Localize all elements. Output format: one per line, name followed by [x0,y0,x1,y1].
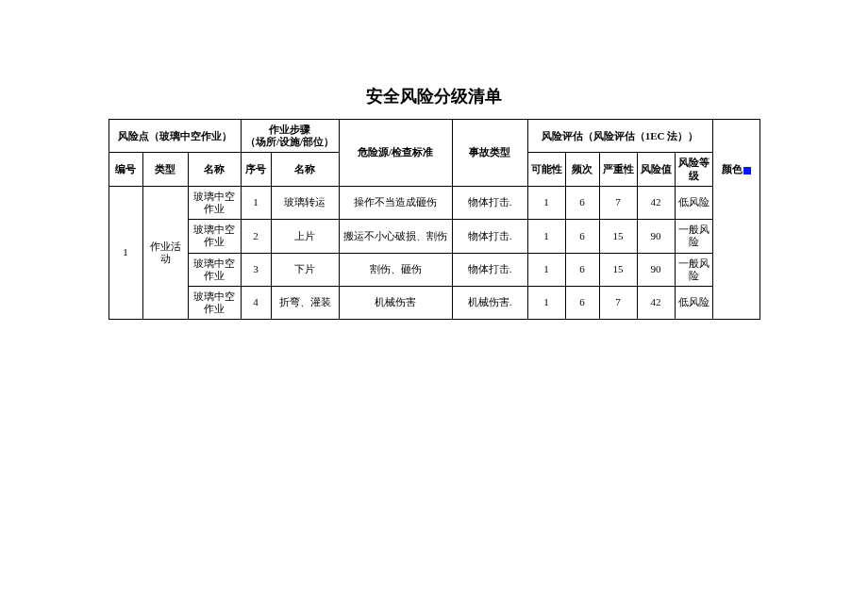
cell-hazard: 割伤、砸伤 [339,253,452,286]
table-row: 玻璃中空作业 4 折弯、灌装 机械伤害 机械伤害. 1 6 7 42 低风险 [108,286,760,319]
page: 安全风险分级清单 风险点（玻璃中空作业） 作业步骤 （场所/设施/部位） 危险源… [0,0,868,614]
cell-val: 42 [637,286,675,319]
cell-accident: 物体打击. [452,220,527,253]
cell-accident: 机械伤害. [452,286,527,319]
cell-accident: 物体打击. [452,186,527,219]
cell-level: 低风险 [675,186,712,219]
cell-sn: 4 [241,286,271,319]
cell-name: 玻璃中空作业 [188,253,241,286]
cell-freq: 6 [565,286,599,319]
hdr-assessment: 风险评估（风险评估（1EC 法）） [527,120,712,153]
cell-sev: 7 [599,286,637,319]
hdr-no: 编号 [108,153,142,186]
cell-hazard: 搬运不小心破损、割伤 [339,220,452,253]
cell-prob: 1 [527,186,565,219]
cell-sn: 1 [241,186,271,219]
hdr-name: 名称 [188,153,241,186]
cell-sev: 7 [599,186,637,219]
cell-group-no: 1 [108,186,142,320]
color-label: 颜色 [722,163,743,174]
cell-level: 一般风险 [675,253,712,286]
cell-val: 90 [637,253,675,286]
cell-val: 90 [637,220,675,253]
cell-hazard: 机械伤害 [339,286,452,319]
hdr-sev: 严重性 [599,153,637,186]
cell-name: 玻璃中空作业 [188,286,241,319]
cell-sname: 上片 [271,220,339,253]
cell-sname: 折弯、灌装 [271,286,339,319]
blue-square-icon [743,167,751,174]
cell-hazard: 操作不当造成砸伤 [339,186,452,219]
cell-sev: 15 [599,253,637,286]
cell-sev: 15 [599,220,637,253]
cell-freq: 6 [565,253,599,286]
cell-freq: 6 [565,186,599,219]
hdr-accident: 事故类型 [452,120,527,187]
cell-group-type: 作业活动 [142,186,188,320]
risk-table: 风险点（玻璃中空作业） 作业步骤 （场所/设施/部位） 危险源/检查标准 事故类… [108,119,760,320]
table-row: 1 作业活动 玻璃中空作业 1 玻璃转运 操作不当造成砸伤 物体打击. 1 6 … [108,186,760,219]
cell-freq: 6 [565,220,599,253]
cell-sn: 3 [241,253,271,286]
hdr-sn: 序号 [241,153,271,186]
hdr-step: 作业步骤 （场所/设施/部位） [241,120,339,153]
cell-sn: 2 [241,220,271,253]
cell-prob: 1 [527,286,565,319]
hdr-risk-point: 风险点（玻璃中空作业） [108,120,241,153]
color-cell-bottom [712,220,760,320]
table-row: 玻璃中空作业 2 上片 搬运不小心破损、割伤 物体打击. 1 6 15 90 一… [108,220,760,253]
header-row-1: 风险点（玻璃中空作业） 作业步骤 （场所/设施/部位） 危险源/检查标准 事故类… [108,120,760,153]
hdr-type: 类型 [142,153,188,186]
cell-accident: 物体打击. [452,253,527,286]
cell-level: 低风险 [675,286,712,319]
cell-name: 玻璃中空作业 [188,220,241,253]
hdr-val: 风险值 [637,153,675,186]
hdr-freq: 频次 [565,153,599,186]
cell-prob: 1 [527,253,565,286]
table-row: 玻璃中空作业 3 下片 割伤、砸伤 物体打击. 1 6 15 90 一般风险 [108,253,760,286]
hdr-level: 风险等级 [675,153,712,186]
cell-sname: 下片 [271,253,339,286]
hdr-hazard: 危险源/检查标准 [339,120,452,187]
hdr-sname: 名称 [271,153,339,186]
cell-level: 一般风险 [675,220,712,253]
cell-name: 玻璃中空作业 [188,186,241,219]
page-title: 安全风险分级清单 [0,85,868,108]
hdr-prob: 可能性 [527,153,565,186]
color-cell-top: 颜色 [712,120,760,220]
cell-sname: 玻璃转运 [271,186,339,219]
cell-val: 42 [637,186,675,219]
cell-prob: 1 [527,220,565,253]
